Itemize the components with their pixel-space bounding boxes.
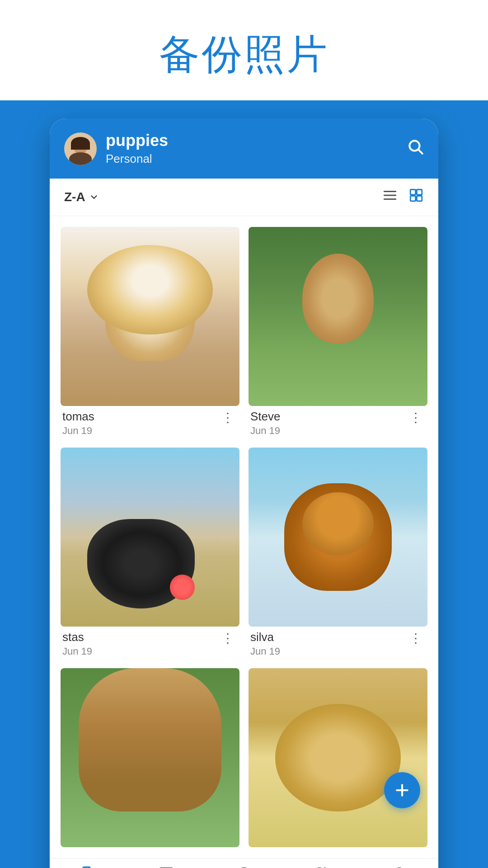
- toolbar: Z-A: [50, 179, 438, 216]
- photo-thumbnail-steve[interactable]: [249, 227, 427, 406]
- list-item: Steve Jun 19 ⋮: [249, 227, 427, 439]
- photo-meta-steve: Steve Jun 19: [250, 410, 281, 437]
- files-icon: [80, 866, 97, 868]
- recent-icon: [235, 866, 253, 868]
- app-header: puppies Personal: [50, 118, 438, 179]
- photo-meta-tomas: tomas Jun 19: [62, 410, 94, 437]
- add-button[interactable]: [384, 772, 420, 808]
- sort-label: Z-A: [64, 190, 85, 204]
- photo-name: silva: [250, 630, 280, 644]
- photo-date: Jun 19: [250, 425, 281, 437]
- nav-item-files[interactable]: Files: [61, 866, 116, 868]
- photo-thumbnail-silva[interactable]: [249, 448, 427, 627]
- list-item: [61, 668, 239, 847]
- photo-info-stas: stas Jun 19 ⋮: [61, 627, 239, 659]
- header-subtitle: Personal: [106, 152, 398, 166]
- photo-thumbnail-tomas[interactable]: [61, 227, 239, 406]
- list-item: [249, 668, 427, 847]
- photo-meta-stas: stas Jun 19: [62, 630, 92, 657]
- photo-thumbnail-5[interactable]: [61, 668, 239, 847]
- page-title: 备份照片: [0, 27, 488, 82]
- content-wrapper: tomas Jun 19 ⋮ Steve Jun 19: [50, 216, 438, 858]
- more-options-button[interactable]: ⋮: [406, 410, 426, 426]
- nav-item-shared[interactable]: Shared: [295, 866, 349, 868]
- grid-view-button[interactable]: [408, 188, 424, 207]
- photo-grid-content: tomas Jun 19 ⋮ Steve Jun 19: [50, 216, 438, 858]
- svg-rect-8: [417, 196, 422, 201]
- page-title-area: 备份照片: [0, 0, 488, 100]
- photo-date: Jun 19: [62, 425, 94, 437]
- photo-date: Jun 19: [62, 646, 92, 657]
- blue-background: puppies Personal Z-A: [0, 100, 488, 868]
- bottom-nav: Files Photos Recent: [50, 858, 438, 868]
- photo-date: Jun 19: [250, 646, 280, 657]
- nav-item-me[interactable]: Me: [372, 866, 427, 868]
- avatar-hair: [71, 137, 90, 150]
- photo-info-silva: silva Jun 19 ⋮: [249, 627, 427, 659]
- phone-card: puppies Personal Z-A: [50, 118, 438, 868]
- svg-rect-5: [410, 189, 415, 194]
- more-options-button[interactable]: ⋮: [406, 630, 426, 646]
- me-icon: [391, 866, 408, 868]
- nav-item-photos[interactable]: Photos: [139, 866, 193, 868]
- photo-name: stas: [62, 630, 92, 644]
- photos-icon: [158, 866, 175, 868]
- chevron-down-icon: [89, 192, 99, 202]
- more-options-button[interactable]: ⋮: [218, 630, 238, 646]
- toolbar-icons: [382, 188, 424, 207]
- svg-line-1: [418, 150, 422, 154]
- header-text: puppies Personal: [106, 131, 398, 166]
- header-title: puppies: [106, 131, 398, 150]
- photo-info-steve: Steve Jun 19 ⋮: [249, 406, 427, 439]
- photo-thumbnail-stas[interactable]: [61, 448, 239, 627]
- photo-thumbnail-6[interactable]: [249, 668, 427, 847]
- photo-info-tomas: tomas Jun 19 ⋮: [61, 406, 239, 439]
- photo-grid: tomas Jun 19 ⋮ Steve Jun 19: [61, 227, 427, 847]
- photo-name: Steve: [250, 410, 281, 424]
- list-view-button[interactable]: [382, 188, 398, 207]
- list-item: stas Jun 19 ⋮: [61, 448, 239, 659]
- photo-meta-silva: silva Jun 19: [250, 630, 280, 657]
- search-button[interactable]: [407, 138, 424, 159]
- avatar[interactable]: [64, 132, 97, 165]
- nav-item-recent[interactable]: Recent: [217, 866, 271, 868]
- sort-control[interactable]: Z-A: [64, 190, 99, 204]
- list-item: tomas Jun 19 ⋮: [61, 227, 239, 439]
- shared-icon: [313, 866, 330, 868]
- photo-name: tomas: [62, 410, 94, 424]
- more-options-button[interactable]: ⋮: [218, 410, 238, 426]
- svg-rect-7: [410, 196, 415, 201]
- svg-rect-6: [417, 189, 422, 194]
- list-item: silva Jun 19 ⋮: [249, 448, 427, 659]
